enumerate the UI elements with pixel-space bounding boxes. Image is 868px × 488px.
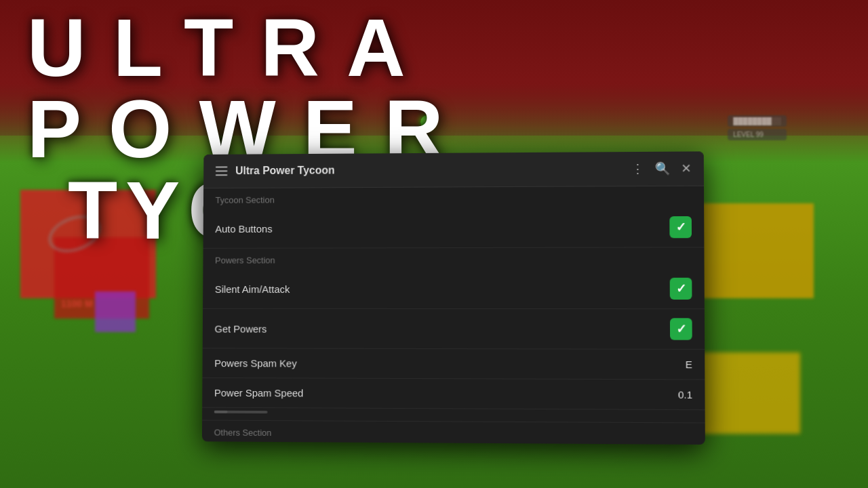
green-orb <box>420 115 434 129</box>
menu-item-auto-buttons[interactable]: Auto Buttons <box>203 207 705 249</box>
hamburger-menu-button[interactable] <box>216 166 228 176</box>
section-label-others: Others Section <box>202 421 705 445</box>
search-button[interactable]: 🔍 <box>655 161 670 176</box>
section-label-powers: Powers Section <box>203 247 704 269</box>
game-hud: ████████░░ LEVEL 99 <box>728 115 787 142</box>
powers-spam-key-value[interactable]: E <box>686 359 692 370</box>
bg-block-purple <box>95 291 136 332</box>
menu-item-powers-spam-key[interactable]: Powers Spam Key E <box>202 348 705 380</box>
hamburger-line1 <box>216 166 228 167</box>
panel-title: Ultra Power Tycoon <box>235 163 631 177</box>
menu-item-get-powers[interactable]: Get Powers <box>203 309 705 350</box>
more-options-button[interactable]: ⋮ <box>631 161 644 176</box>
menu-item-silent-aim[interactable]: Silent Aim/Attack <box>203 269 705 310</box>
auto-buttons-label: Auto Buttons <box>215 223 272 235</box>
hud-bar1: ████████░░ <box>728 115 787 127</box>
power-spam-speed-value: 0.1 <box>678 389 692 401</box>
power-spam-speed-label: Power Spam Speed <box>214 387 304 399</box>
menu-item-power-spam-speed: Power Spam Speed 0.1 <box>202 378 705 410</box>
powers-spam-key-label: Powers Spam Key <box>214 357 297 369</box>
power-spam-speed-slider[interactable] <box>214 411 268 413</box>
hamburger-line2 <box>216 170 228 171</box>
score-value: 1100 M <box>61 298 93 309</box>
silent-aim-checkbox[interactable] <box>670 278 692 300</box>
score-display: 1100 M <box>61 298 93 309</box>
auto-buttons-checkbox[interactable] <box>669 216 692 238</box>
get-powers-checkbox[interactable] <box>670 318 692 340</box>
close-button[interactable]: ✕ <box>681 161 691 176</box>
section-label-tycoon: Tycoon Section <box>203 186 704 209</box>
hamburger-line3 <box>216 174 228 176</box>
get-powers-label: Get Powers <box>214 323 267 334</box>
panel-content: Tycoon Section Auto Buttons Powers Secti… <box>202 186 705 445</box>
bg-building-yellow <box>692 203 814 298</box>
slider-fill <box>214 411 228 413</box>
gui-panel: Ultra Power Tycoon ⋮ 🔍 ✕ Tycoon Section … <box>202 151 705 445</box>
hud-bar2: LEVEL 99 <box>728 129 787 140</box>
silent-aim-label: Silent Aim/Attack <box>215 283 290 295</box>
panel-header: Ultra Power Tycoon ⋮ 🔍 ✕ <box>203 151 704 188</box>
header-icons: ⋮ 🔍 ✕ <box>631 161 691 177</box>
